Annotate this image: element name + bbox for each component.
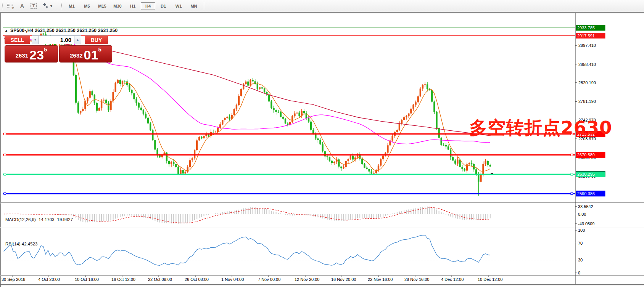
volume-input[interactable] [39,35,74,44]
buy-price-box[interactable]: 2632 01 5 [59,45,112,63]
tf-button-D1[interactable]: D1 [156,2,171,10]
tf-button-M30[interactable]: M30 [110,2,125,10]
rsi-indicator-label: RSI(14) 42.4523 [5,242,37,246]
collapse-triangle-icon[interactable]: ▲ [5,29,8,32]
shapes-icon[interactable]: ▼ [40,2,55,11]
tf-button-H1[interactable]: H1 [126,2,140,10]
tf-button-MN[interactable]: MN [187,2,201,10]
text-box-icon[interactable]: T [29,2,39,11]
svg-text:F: F [12,6,14,10]
tf-button-M5[interactable]: M5 [80,2,94,10]
app-root: { "toolbar": { "icons": ["grid-f-icon", … [0,0,644,287]
tf-button-W1[interactable]: W1 [171,2,186,10]
tf-button-H4[interactable]: H4 [141,2,155,10]
one-click-trade-panel: SELL ▼ ▲ BUY 2631 23 5 2632 01 5 [5,35,113,63]
annotation-text: 多空转折点2630 [469,116,612,140]
sell-price-box[interactable]: 2631 23 5 [5,45,58,63]
shapes-icon-svg [42,3,49,10]
sell-price-small: 2631 [16,51,28,61]
grid-f-icon[interactable]: F [6,2,16,11]
toolbar-separator [204,2,204,10]
buy-button[interactable]: BUY [85,35,108,44]
main-toolbar: F A T ▼ M1M5M15M30H1H4D1W1MN [0,0,644,12]
shapes-dropdown-caret-icon[interactable]: ▼ [50,4,53,8]
buy-price-big: 01 [84,49,98,61]
tf-button-M1[interactable]: M1 [64,2,79,10]
symbol-title: ▲ SP500-,H4 2631.250 2631.250 2631.250 2… [5,28,118,33]
chart-window: ▲ SP500-,H4 2631.250 2631.250 2631.250 2… [0,12,644,287]
sell-price-sup: 5 [44,46,47,52]
symbol-ohlc-text: SP500-,H4 2631.250 2631.250 2631.250 263… [10,28,118,33]
tf-button-M15[interactable]: M15 [95,2,109,10]
volume-decrease-button[interactable]: ▼ [32,35,39,44]
text-label-icon[interactable]: A [17,2,27,11]
buy-price-sup: 5 [98,46,101,52]
toolbar-grip-2[interactable] [61,2,63,10]
sell-button[interactable]: SELL [5,35,30,44]
toolbar-grip[interactable] [2,2,3,10]
buy-price-small: 2632 [70,51,82,61]
volume-increase-button[interactable]: ▲ [74,35,81,44]
sell-price-big: 23 [29,49,44,61]
timeframe-toolbar: M1M5M15M30H1H4D1W1MN [64,2,201,10]
macd-indicator-label: MACD(12,26,9) -14.1703 -19.9327 [5,217,73,222]
grid-f-icon-svg: F [6,2,15,10]
